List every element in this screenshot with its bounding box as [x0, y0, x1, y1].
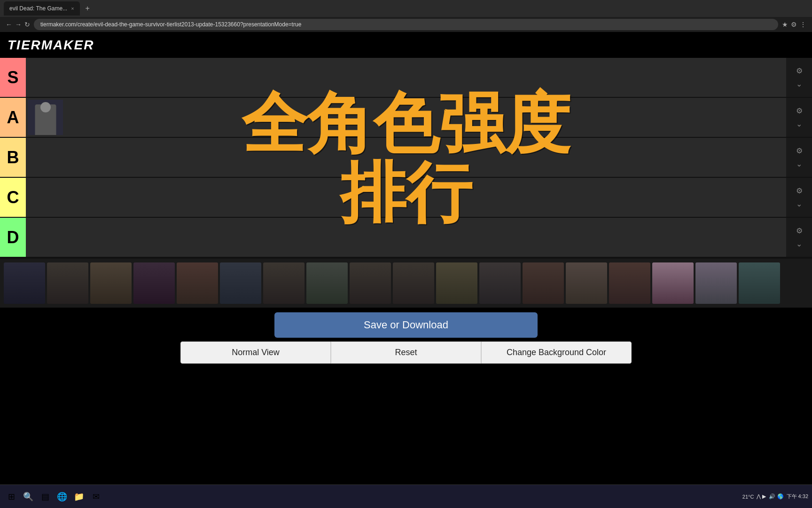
tier-controls-s: ⚙ ⌄	[786, 58, 812, 97]
browser-tab-bar: evil Dead: The Game... × +	[0, 0, 812, 17]
tier-gear-d[interactable]: ⚙	[793, 225, 805, 237]
tier-row-c: C ⚙ ⌄	[0, 178, 812, 218]
pool-char-16[interactable]	[652, 262, 694, 304]
pool-char-9[interactable]	[350, 262, 391, 304]
start-button[interactable]: ⊞	[4, 489, 19, 504]
search-icon[interactable]: 🔍	[21, 489, 36, 504]
tier-content-c[interactable]	[26, 178, 786, 217]
tier-content-s[interactable]	[26, 58, 786, 97]
tier-gear-c[interactable]: ⚙	[793, 185, 805, 197]
main-content: 全角色强度 排行 S ⚙ ⌄ A ⚙ ⌄ B	[0, 58, 812, 484]
browser-tab[interactable]: evil Dead: The Game... ×	[4, 1, 80, 16]
back-icon[interactable]: ←	[6, 21, 12, 28]
pool-char-8[interactable]	[306, 262, 348, 304]
reload-icon[interactable]: ↻	[24, 21, 30, 28]
save-download-button[interactable]: Save or Download	[274, 312, 538, 338]
pool-char-4[interactable]	[133, 262, 175, 304]
bookmark-icon[interactable]: ★	[782, 21, 788, 28]
tier-chevron-c[interactable]: ⌄	[793, 198, 805, 210]
pool-char-13[interactable]	[523, 262, 564, 304]
tier-row-b: B ⚙ ⌄	[0, 138, 812, 178]
bottom-area: Save or Download Normal View Reset Chang…	[0, 308, 812, 367]
taskbar-clock: 下午 4:32	[787, 493, 808, 500]
tier-list: 全角色强度 排行 S ⚙ ⌄ A ⚙ ⌄ B	[0, 58, 812, 258]
tier-gear-s[interactable]: ⚙	[793, 65, 805, 77]
pool-char-3[interactable]	[90, 262, 132, 304]
tier-gear-b[interactable]: ⚙	[793, 145, 805, 157]
bottom-action-buttons: Normal View Reset Change Background Colo…	[180, 341, 632, 364]
pool-char-7[interactable]	[263, 262, 304, 304]
weather-temp: 21°C	[742, 494, 754, 500]
character-pool	[0, 258, 812, 308]
clock-time: 下午 4:32	[787, 493, 808, 500]
extensions-icon[interactable]: ⚙	[791, 21, 797, 28]
tab-title: evil Dead: The Game...	[9, 5, 67, 12]
tier-chevron-b[interactable]: ⌄	[793, 158, 805, 170]
tier-label-s: S	[0, 58, 26, 97]
tier-controls-b: ⚙ ⌄	[786, 138, 812, 177]
tier-row-s: S ⚙ ⌄	[0, 58, 812, 98]
site-logo[interactable]: TiERMAKER	[8, 38, 94, 53]
taskbar: ⊞ 🔍 ▤ 🌐 📁 ✉ 21°C ⋀ ▶ 🔊 🌎 下午 4:32	[0, 484, 812, 508]
tier-chevron-d[interactable]: ⌄	[793, 238, 805, 250]
task-view-icon[interactable]: ▤	[38, 489, 53, 504]
explorer-icon[interactable]: 📁	[71, 489, 86, 504]
tier-row-a: A ⚙ ⌄	[0, 98, 812, 138]
tier-chevron-s[interactable]: ⌄	[793, 78, 805, 90]
tier-chevron-a[interactable]: ⌄	[793, 118, 805, 130]
pool-char-6[interactable]	[220, 262, 261, 304]
tier-row-d: D ⚙ ⌄	[0, 218, 812, 258]
pool-char-15[interactable]	[609, 262, 650, 304]
new-tab-button[interactable]: +	[83, 4, 93, 13]
tier-content-a[interactable]	[26, 98, 786, 137]
pool-char-14[interactable]	[566, 262, 607, 304]
browser-nav-icons: ← → ↻	[6, 21, 30, 28]
character-a-1[interactable]	[28, 100, 63, 135]
pool-char-5[interactable]	[177, 262, 218, 304]
pool-char-11[interactable]	[436, 262, 477, 304]
normal-view-button[interactable]: Normal View	[180, 341, 331, 364]
tier-gear-a[interactable]: ⚙	[793, 105, 805, 117]
pool-char-2[interactable]	[47, 262, 88, 304]
pool-char-17[interactable]	[695, 262, 737, 304]
forward-icon[interactable]: →	[15, 21, 22, 28]
tab-close-button[interactable]: ×	[71, 6, 74, 11]
address-bar: ← → ↻ ★ ⚙ ⋮	[0, 17, 812, 32]
system-icons: 🔊 🌎	[769, 493, 783, 500]
tier-label-d: D	[0, 218, 26, 257]
change-bg-button[interactable]: Change Background Color	[481, 341, 632, 364]
tier-content-d[interactable]	[26, 218, 786, 257]
edge-icon[interactable]: 🌐	[55, 489, 70, 504]
tier-label-b: B	[0, 138, 26, 177]
pool-char-18[interactable]	[739, 262, 780, 304]
system-tray: ⋀ ▶	[757, 493, 766, 500]
tier-controls-d: ⚙ ⌄	[786, 218, 812, 257]
tier-content-b[interactable]	[26, 138, 786, 177]
browser-right-icons: ★ ⚙ ⋮	[782, 21, 806, 28]
pool-char-10[interactable]	[393, 262, 434, 304]
pool-char-12[interactable]	[479, 262, 521, 304]
site-header: TiERMAKER	[0, 32, 812, 58]
address-input[interactable]	[34, 19, 778, 30]
taskbar-right: 21°C ⋀ ▶ 🔊 🌎 下午 4:32	[742, 493, 808, 500]
reset-button[interactable]: Reset	[331, 341, 481, 364]
menu-icon[interactable]: ⋮	[800, 21, 806, 28]
tier-controls-c: ⚙ ⌄	[786, 178, 812, 217]
pool-char-1[interactable]	[4, 262, 45, 304]
tier-controls-a: ⚙ ⌄	[786, 98, 812, 137]
tier-label-c: C	[0, 178, 26, 217]
tier-label-a: A	[0, 98, 26, 137]
mail-icon[interactable]: ✉	[88, 489, 103, 504]
